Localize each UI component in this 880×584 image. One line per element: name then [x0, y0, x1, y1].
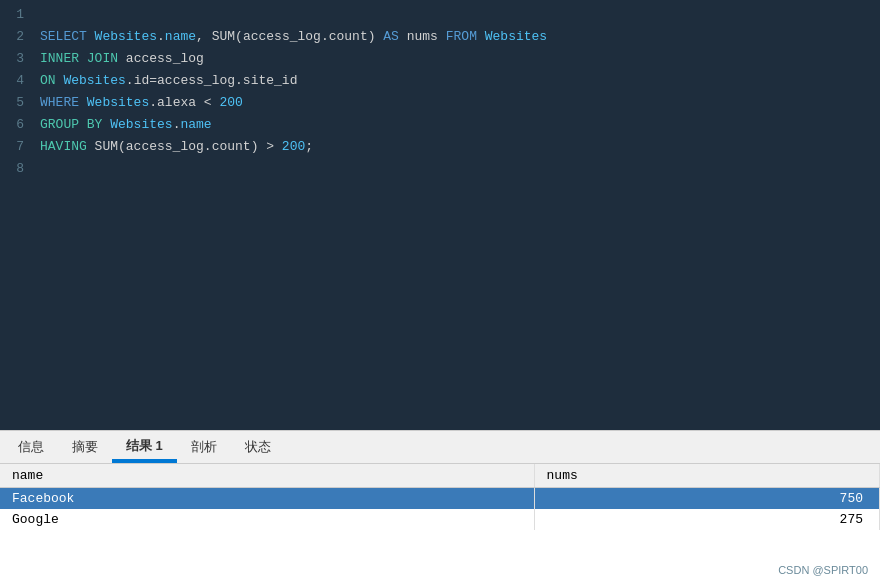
tab-profile[interactable]: 剖析 [177, 432, 231, 462]
table-header-row: name nums [0, 464, 880, 488]
cell-name-2: Google [0, 509, 534, 530]
watermark: CSDN @SPIRT00 [778, 564, 868, 576]
tab-results[interactable]: 结果 1 [112, 431, 177, 463]
cell-nums-1: 750 [534, 488, 879, 510]
tabs-bar: 信息 摘要 结果 1 剖析 状态 [0, 430, 880, 464]
cell-name-1: Facebook [0, 488, 534, 510]
code-line-2: SELECT Websites.name, SUM(access_log.cou… [40, 26, 880, 48]
code-editor[interactable]: 1 2 3 4 5 6 7 8 SELECT Websites.name, SU… [0, 0, 880, 430]
cell-nums-2: 275 [534, 509, 879, 530]
code-line-5: WHERE Websites.alexa < 200 [40, 92, 880, 114]
code-line-4: ON Websites.id=access_log.site_id [40, 70, 880, 92]
code-line-3: INNER JOIN access_log [40, 48, 880, 70]
results-table: name nums Facebook 750 Google 275 [0, 464, 880, 530]
col-header-nums: nums [534, 464, 879, 488]
code-line-8 [40, 158, 880, 180]
table-row: Google 275 [0, 509, 880, 530]
code-line-7: HAVING SUM(access_log.count) > 200; [40, 136, 880, 158]
results-area: name nums Facebook 750 Google 275 [0, 464, 880, 584]
code-line-1 [40, 4, 880, 26]
tab-summary[interactable]: 摘要 [58, 432, 112, 462]
code-lines[interactable]: SELECT Websites.name, SUM(access_log.cou… [32, 0, 880, 184]
table-row: Facebook 750 [0, 488, 880, 510]
tab-info[interactable]: 信息 [4, 432, 58, 462]
code-line-6: GROUP BY Websites.name [40, 114, 880, 136]
col-header-name: name [0, 464, 534, 488]
tab-status[interactable]: 状态 [231, 432, 285, 462]
line-numbers: 1 2 3 4 5 6 7 8 [0, 0, 32, 180]
